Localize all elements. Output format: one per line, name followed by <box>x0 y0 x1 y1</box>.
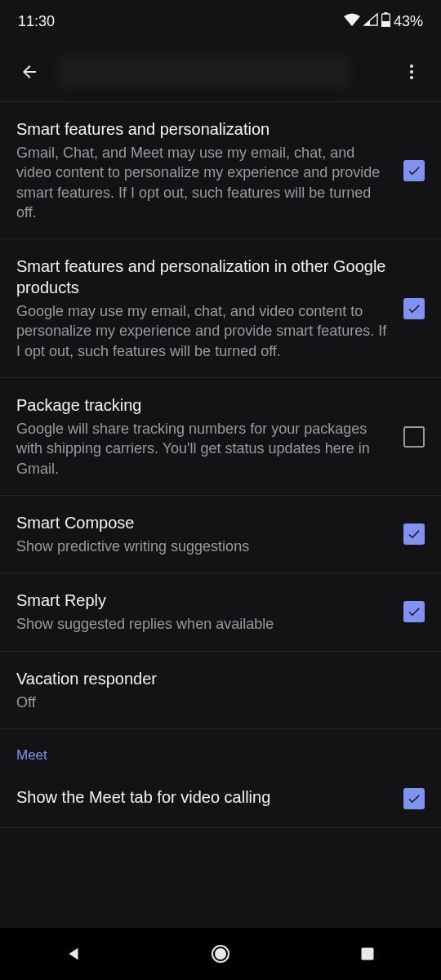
square-recent-icon <box>359 946 376 962</box>
checkbox[interactable] <box>403 601 425 622</box>
svg-point-5 <box>410 76 413 79</box>
arrow-back-icon <box>20 62 39 82</box>
settings-list: Smart features and personalization Gmail… <box>0 101 441 828</box>
section-header-meet: Meet <box>0 729 441 770</box>
setting-smart-reply[interactable]: Smart Reply Show suggested replies when … <box>0 573 441 651</box>
setting-title: Smart Reply <box>16 590 387 611</box>
checkbox[interactable] <box>403 788 425 809</box>
svg-rect-8 <box>362 948 374 960</box>
setting-desc: Off <box>16 693 425 712</box>
svg-point-3 <box>410 65 413 68</box>
status-right: 43% <box>344 12 423 31</box>
check-icon <box>407 301 421 316</box>
status-bar: 11:30 43% <box>0 0 441 42</box>
setting-title: Show the Meet tab for video calling <box>16 786 387 808</box>
status-time: 11:30 <box>18 13 55 30</box>
checkbox[interactable] <box>403 523 425 545</box>
setting-desc: Google will share tracking numbers for y… <box>16 419 387 479</box>
check-icon <box>407 604 421 619</box>
triangle-back-icon <box>65 945 82 963</box>
setting-vacation-responder[interactable]: Vacation responder Off <box>0 652 441 729</box>
setting-desc: Gmail, Chat, and Meet may use my email, … <box>16 143 387 222</box>
setting-title: Vacation responder <box>16 668 425 689</box>
setting-package-tracking[interactable]: Package tracking Google will share track… <box>0 378 441 496</box>
setting-title: Smart features and personalization <box>16 118 387 140</box>
cellular-icon <box>363 13 378 30</box>
app-bar <box>0 42 441 101</box>
setting-smart-compose[interactable]: Smart Compose Show predictive writing su… <box>0 496 441 573</box>
svg-rect-2 <box>382 21 390 27</box>
battery-icon <box>381 12 390 31</box>
setting-smart-features[interactable]: Smart features and personalization Gmail… <box>0 102 441 239</box>
setting-title: Package tracking <box>16 394 387 416</box>
checkbox[interactable] <box>403 298 425 319</box>
setting-desc: Show predictive writing suggestions <box>16 537 387 556</box>
svg-point-4 <box>410 70 413 74</box>
nav-recent-button[interactable] <box>353 939 382 969</box>
navigation-bar <box>0 928 441 980</box>
setting-title: Smart Compose <box>16 512 387 533</box>
more-vert-icon <box>402 62 421 82</box>
nav-back-button[interactable] <box>59 939 88 969</box>
setting-smart-features-other-products[interactable]: Smart features and personalization in ot… <box>0 239 441 378</box>
setting-desc: Show suggested replies when available <box>16 614 387 634</box>
setting-meet-tab[interactable]: Show the Meet tab for video calling <box>0 770 441 828</box>
wifi-icon <box>344 13 360 30</box>
page-title-redacted <box>59 56 350 88</box>
svg-point-7 <box>215 948 226 960</box>
checkbox[interactable] <box>403 426 425 448</box>
circle-home-icon <box>211 944 230 964</box>
check-icon <box>407 527 421 541</box>
check-icon <box>407 791 421 806</box>
overflow-menu-button[interactable] <box>394 54 430 90</box>
back-button[interactable] <box>11 54 47 90</box>
setting-title: Smart features and personalization in ot… <box>16 256 387 298</box>
battery-percent: 43% <box>394 13 423 30</box>
setting-desc: Google may use my email, chat, and video… <box>16 301 387 361</box>
checkbox[interactable] <box>403 160 425 181</box>
check-icon <box>407 163 421 178</box>
nav-home-button[interactable] <box>206 939 235 969</box>
